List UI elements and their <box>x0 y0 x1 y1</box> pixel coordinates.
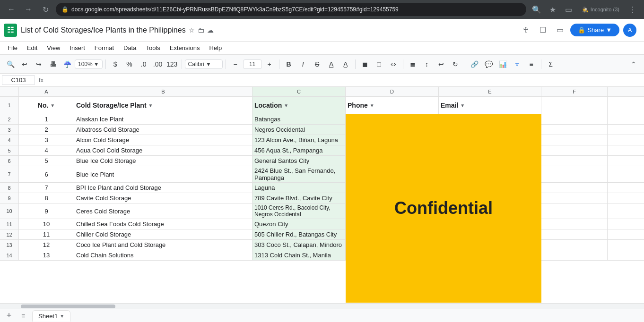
scroll-thumb[interactable] <box>21 305 115 308</box>
col-header-b[interactable]: B <box>74 87 252 96</box>
link-button[interactable]: 🔗 <box>468 58 481 71</box>
back-button[interactable]: ← <box>5 3 18 16</box>
menu-item-extensions[interactable]: Extensions <box>166 43 204 52</box>
percent-button[interactable]: % <box>123 58 136 71</box>
star-icon[interactable]: ☆ <box>189 26 195 34</box>
col-header-f[interactable]: F <box>541 87 608 96</box>
search-toolbar-icon[interactable]: 🔍 <box>4 58 17 71</box>
menu-item-file[interactable]: File <box>4 43 21 52</box>
cell-a13[interactable]: 12 <box>19 240 74 250</box>
font-size-minus[interactable]: − <box>229 58 242 71</box>
formula-input[interactable] <box>47 76 642 84</box>
decimal-decrease-button[interactable]: .0 <box>137 58 150 71</box>
menu-item-help[interactable]: Help <box>205 43 226 52</box>
cell-a6[interactable]: 5 <box>19 156 74 166</box>
redo-button[interactable]: ↪ <box>32 58 45 71</box>
print-button[interactable]: 🖶 <box>46 58 60 71</box>
valign-button[interactable]: ↕ <box>420 58 434 71</box>
chart-button[interactable]: 📊 <box>496 58 510 71</box>
history-icon[interactable]: ♰ <box>519 24 532 37</box>
add-sheet-button[interactable]: + <box>4 311 14 321</box>
undo-button[interactable]: ↩ <box>18 58 31 71</box>
align-button[interactable]: ≣ <box>406 58 419 71</box>
cell-a9[interactable]: 8 <box>19 193 74 203</box>
bookmark-icon[interactable]: ★ <box>546 3 559 16</box>
cell-c13[interactable]: 303 Coco St., Calapan, Mindoro <box>252 240 346 250</box>
header-cell-location[interactable]: Location ▼ <box>252 97 346 114</box>
present-icon[interactable]: ▭ <box>553 24 566 37</box>
col-header-c[interactable]: C <box>252 87 346 96</box>
cell-a11[interactable]: 10 <box>19 219 74 229</box>
filter-view-button[interactable]: ≡ <box>525 58 538 71</box>
cell-a2[interactable]: 1 <box>19 114 74 124</box>
cell-c12[interactable]: 505 Chiller Rd., Batangas City <box>252 229 346 239</box>
cell-a5[interactable]: 4 <box>19 145 74 155</box>
cell-c6[interactable]: General Santos City <box>252 156 346 166</box>
col-header-e[interactable]: E <box>439 87 541 96</box>
wrap-button[interactable]: ↩ <box>435 58 448 71</box>
cell-b13[interactable]: Coco Ice Plant and Cold Storage <box>74 240 252 250</box>
cell-c11[interactable]: Quezon City <box>252 219 346 229</box>
cell-a8[interactable]: 7 <box>19 183 74 193</box>
header-cell-no[interactable]: No. ▼ <box>19 97 74 114</box>
strikethrough-button[interactable]: S <box>311 58 324 71</box>
menu-item-tools[interactable]: Tools <box>142 43 164 52</box>
cell-a4[interactable]: 3 <box>19 135 74 145</box>
cell-b9[interactable]: Cavite Cold Storage <box>74 193 252 203</box>
font-size-plus[interactable]: + <box>263 58 276 71</box>
header-cell-email[interactable]: Email ▼ <box>439 97 541 114</box>
cell-c5[interactable]: 456 Aqua St., Pampanga <box>252 145 346 155</box>
cell-c9[interactable]: 789 Cavite Blvd., Cavite City <box>252 193 346 203</box>
cell-c8[interactable]: Laguna <box>252 183 346 193</box>
menu-item-format[interactable]: Format <box>91 43 118 52</box>
cell-b2[interactable]: Alaskan Ice Plant <box>74 114 252 124</box>
refresh-button[interactable]: ↻ <box>39 3 52 16</box>
menu-item-data[interactable]: Data <box>120 43 140 52</box>
cloud-icon[interactable]: ☁ <box>207 26 214 34</box>
cell-b10[interactable]: Ceres Cold Storage <box>74 203 252 219</box>
font-selector[interactable]: Calibri ▼ <box>185 59 223 69</box>
cell-b4[interactable]: Alcon Cold Storage <box>74 135 252 145</box>
fill-color-button[interactable]: ◼ <box>358 58 372 71</box>
paint-format-button[interactable]: ☔ <box>61 58 74 71</box>
menu-item-edit[interactable]: Edit <box>23 43 41 52</box>
filter-button[interactable]: ▿ <box>511 58 524 71</box>
rotate-button[interactable]: ↻ <box>449 58 462 71</box>
header-cell-cold-storage[interactable]: Cold Storage/Ice Plant ▼ <box>74 97 252 114</box>
font-size-display[interactable]: 11 <box>243 59 262 69</box>
text-color-button[interactable]: A̲ <box>339 58 352 71</box>
italic-button[interactable]: I <box>296 58 310 71</box>
sheet-tab-1[interactable]: Sheet1 ▼ <box>32 310 70 322</box>
cell-a10[interactable]: 9 <box>19 203 74 219</box>
col-header-a[interactable]: A <box>19 87 74 96</box>
border-button[interactable]: □ <box>373 58 386 71</box>
function-button[interactable]: Σ <box>544 58 557 71</box>
bold-button[interactable]: B <box>282 58 296 71</box>
zoom-selector[interactable]: 100% ▼ <box>75 59 103 69</box>
decimal-increase-button[interactable]: .00 <box>151 58 165 71</box>
menu-icon[interactable]: ⋮ <box>626 3 639 16</box>
cell-b6[interactable]: Blue Ice Cold Storage <box>74 156 252 166</box>
share-button[interactable]: 🔒 Share ▼ <box>570 24 619 36</box>
cell-b14[interactable]: Cold Chain Solutions <box>74 250 252 260</box>
forward-button[interactable]: → <box>22 3 35 16</box>
cell-reference[interactable] <box>2 75 35 85</box>
cell-c10[interactable]: 1010 Ceres Rd., Bacolod City, Negros Occ… <box>252 203 346 219</box>
folder-icon[interactable]: 🗀 <box>198 26 204 34</box>
cell-c3[interactable]: Negros Occidental <box>252 125 346 135</box>
number-format-button[interactable]: 123 <box>165 58 179 71</box>
cell-b5[interactable]: Aqua Cool Cold Storage <box>74 145 252 155</box>
cell-b12[interactable]: Chiller Cold Storage <box>74 229 252 239</box>
col-header-d[interactable]: D <box>346 87 439 96</box>
sheet-menu-button[interactable]: ≡ <box>18 311 28 321</box>
merge-button[interactable]: ⇔ <box>387 58 400 71</box>
cell-a12[interactable]: 11 <box>19 229 74 239</box>
menu-item-insert[interactable]: Insert <box>66 43 89 52</box>
cell-c4[interactable]: 123 Alcon Ave., Biñan, Laguna <box>252 135 346 145</box>
cast-icon[interactable]: ▭ <box>562 3 575 16</box>
cell-b3[interactable]: Albatross Cold Storage <box>74 125 252 135</box>
header-cell-phone[interactable]: Phone ▼ <box>346 97 439 114</box>
avatar[interactable]: A <box>623 24 636 37</box>
cell-a7[interactable]: 6 <box>19 166 74 182</box>
search-icon[interactable]: 🔍 <box>530 3 543 16</box>
